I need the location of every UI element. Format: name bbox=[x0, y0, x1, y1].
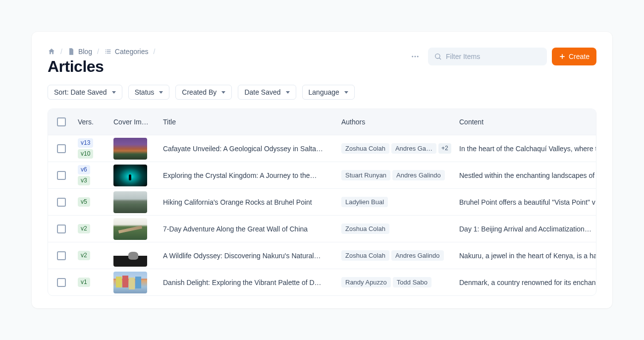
chevron-down-icon bbox=[344, 91, 348, 94]
breadcrumb-sep: / bbox=[154, 48, 156, 56]
cover-thumbnail[interactable] bbox=[113, 245, 147, 267]
authors-cell: Zoshua Colah bbox=[341, 224, 459, 234]
svg-point-0 bbox=[412, 56, 413, 57]
title-cell: A Wildlife Odyssey: Discovering Nakuru's… bbox=[163, 252, 341, 260]
plus-icon bbox=[559, 53, 566, 60]
version-badge: v13 bbox=[78, 138, 93, 148]
version-badges: v1 bbox=[78, 278, 113, 287]
table-row[interactable]: v5Hiking California's Orange Rocks at Br… bbox=[48, 188, 596, 215]
authors-cell: Randy ApuzzoTodd Sabo bbox=[341, 277, 459, 287]
authors-cell: Stuart RunyanAndres Galindo bbox=[341, 170, 459, 180]
header-left: / Blog / Categories / Articles bbox=[48, 48, 155, 76]
cover-thumbnail[interactable] bbox=[113, 138, 147, 160]
filter-chip[interactable]: Date Saved bbox=[238, 85, 296, 100]
filter-chip[interactable]: Status bbox=[128, 85, 170, 100]
title-cell: 7-Day Adventure Along the Great Wall of … bbox=[163, 225, 341, 233]
row-checkbox[interactable] bbox=[57, 171, 66, 180]
col-header-content[interactable]: Content bbox=[459, 118, 596, 126]
row-checkbox[interactable] bbox=[57, 144, 66, 153]
author-tag[interactable]: Andres Galindo bbox=[392, 170, 445, 180]
content-cell: Bruhel Point offers a beautiful "Vista P… bbox=[459, 198, 596, 206]
filter-label: Language bbox=[309, 88, 339, 96]
table-row[interactable]: v1Danish Delight: Exploring the Vibrant … bbox=[48, 269, 596, 295]
more-button[interactable] bbox=[407, 49, 423, 64]
filter-chip[interactable]: Sort: Date Saved bbox=[48, 85, 122, 100]
title-cell: Cafayate Unveiled: A Geological Odyssey … bbox=[163, 145, 341, 153]
filter-chip[interactable]: Created By bbox=[175, 85, 232, 100]
authors-cell: Ladylien Bual bbox=[341, 197, 459, 207]
table-row[interactable]: v2A Wildlife Odyssey: Discovering Nakuru… bbox=[48, 242, 596, 269]
cover-thumbnail[interactable] bbox=[113, 272, 147, 293]
col-header-cover[interactable]: Cover Im… bbox=[113, 118, 163, 126]
search-box[interactable] bbox=[428, 48, 547, 65]
row-checkbox[interactable] bbox=[57, 278, 66, 287]
author-tag[interactable]: Todd Sabo bbox=[393, 277, 431, 287]
breadcrumb-categories[interactable]: Categories bbox=[104, 48, 149, 56]
authors-cell: Zoshua ColahAndres Ga…+2 bbox=[341, 143, 459, 154]
content-cell: Nakuru, a jewel in the heart of Kenya, i… bbox=[459, 252, 596, 260]
version-badge: v2 bbox=[78, 251, 90, 260]
version-badge: v5 bbox=[78, 197, 90, 207]
version-badges: v5 bbox=[78, 197, 113, 207]
row-checkbox[interactable] bbox=[57, 198, 66, 207]
authors-cell: Zoshua ColahAndres Galindo bbox=[341, 250, 459, 261]
author-tag[interactable]: Zoshua Colah bbox=[341, 143, 389, 154]
col-header-vers[interactable]: Vers. bbox=[78, 118, 113, 126]
table-row[interactable]: v6v3Exploring the Crystal Kingdom: A Jou… bbox=[48, 162, 596, 188]
version-badges: v13v10 bbox=[78, 138, 113, 159]
filter-chip[interactable]: Language bbox=[302, 85, 355, 100]
chevron-down-icon bbox=[221, 91, 225, 94]
version-badge: v2 bbox=[78, 224, 90, 233]
filter-label: Status bbox=[135, 88, 155, 96]
topbar: / Blog / Categories / Articles bbox=[48, 48, 596, 76]
author-tag[interactable]: Randy Apuzzo bbox=[341, 277, 391, 287]
breadcrumb-label: Categories bbox=[115, 48, 149, 56]
chevron-down-icon bbox=[159, 91, 163, 94]
row-checkbox[interactable] bbox=[57, 251, 66, 260]
header-right: Create bbox=[407, 48, 596, 65]
content-cell: In the heart of the Calchaquí Valleys, w… bbox=[459, 145, 596, 153]
author-tag[interactable]: Andres Galindo bbox=[391, 250, 444, 261]
select-all-checkbox[interactable] bbox=[57, 117, 66, 126]
articles-table: Vers. Cover Im… Title Authors Content v1… bbox=[48, 109, 596, 296]
home-icon bbox=[48, 48, 55, 56]
table-header: Vers. Cover Im… Title Authors Content bbox=[48, 109, 596, 135]
author-tag[interactable]: Zoshua Colah bbox=[341, 224, 389, 234]
version-badge: v10 bbox=[78, 149, 93, 159]
col-header-authors[interactable]: Authors bbox=[341, 118, 459, 126]
chevron-down-icon bbox=[286, 91, 290, 94]
create-button[interactable]: Create bbox=[552, 48, 596, 65]
authors-overflow-badge[interactable]: +2 bbox=[438, 143, 451, 154]
search-input[interactable] bbox=[446, 53, 541, 60]
breadcrumb-label: Blog bbox=[78, 48, 92, 56]
breadcrumb-blog[interactable]: Blog bbox=[67, 48, 92, 56]
col-header-title[interactable]: Title bbox=[163, 118, 341, 126]
table-row[interactable]: v27-Day Adventure Along the Great Wall o… bbox=[48, 215, 596, 242]
author-tag[interactable]: Stuart Runyan bbox=[341, 170, 390, 180]
content-cell: Nestled within the enchanting landscapes… bbox=[459, 171, 596, 179]
author-tag[interactable]: Andres Ga… bbox=[391, 143, 436, 154]
cover-thumbnail[interactable] bbox=[113, 165, 147, 186]
author-tag[interactable]: Zoshua Colah bbox=[341, 250, 389, 261]
content-cell: Denmark, a country renowned for its ench… bbox=[459, 279, 596, 286]
row-checkbox[interactable] bbox=[57, 225, 66, 233]
list-icon bbox=[104, 48, 112, 56]
create-label: Create bbox=[569, 53, 590, 60]
breadcrumb: / Blog / Categories / bbox=[48, 48, 155, 56]
breadcrumb-home[interactable] bbox=[48, 48, 55, 56]
document-icon bbox=[67, 48, 75, 56]
filter-bar: Sort: Date SavedStatusCreated ByDate Sav… bbox=[48, 85, 596, 100]
cover-thumbnail[interactable] bbox=[113, 218, 147, 240]
table-row[interactable]: v13v10Cafayate Unveiled: A Geological Od… bbox=[48, 135, 596, 162]
search-icon bbox=[434, 53, 442, 60]
filter-label: Sort: Date Saved bbox=[54, 88, 107, 96]
author-tag[interactable]: Ladylien Bual bbox=[341, 197, 388, 207]
filter-label: Created By bbox=[182, 88, 216, 96]
content-card: / Blog / Categories / Articles bbox=[32, 32, 612, 308]
cover-thumbnail[interactable] bbox=[113, 191, 147, 213]
svg-point-3 bbox=[435, 54, 440, 58]
content-cell: Day 1: Beijing Arrival and Acclimatizati… bbox=[459, 225, 596, 233]
table-body: v13v10Cafayate Unveiled: A Geological Od… bbox=[48, 135, 596, 295]
ellipsis-icon bbox=[411, 52, 420, 61]
chevron-down-icon bbox=[112, 91, 116, 94]
